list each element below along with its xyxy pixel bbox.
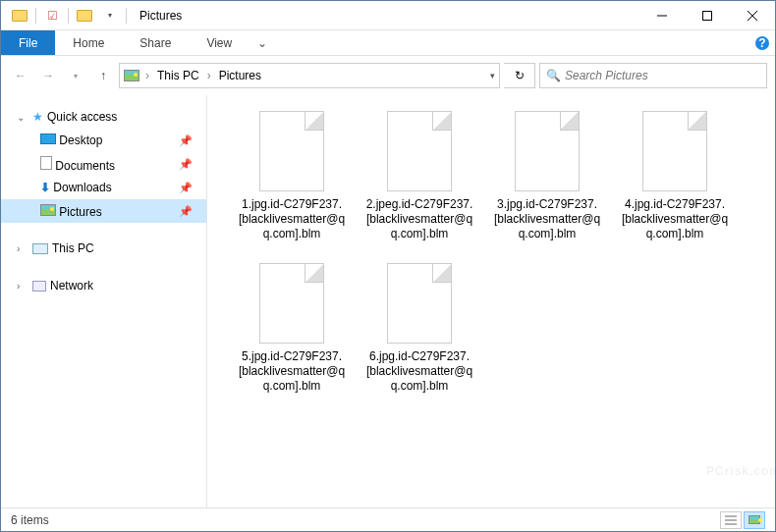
content-area[interactable]: 1.jpg.id-C279F237.[blacklivesmatter@qq.c… — [207, 95, 775, 507]
ribbon-expand-icon[interactable]: ⌄ — [249, 30, 275, 55]
nav-row: ← → ▾ ↑ › This PC › Pictures ▾ ↻ 🔍 — [1, 56, 775, 95]
file-item[interactable]: 6.jpg.id-C279F237.[blacklivesmatter@qq.c… — [364, 263, 474, 394]
chevron-down-icon[interactable]: ⌄ — [17, 112, 28, 123]
refresh-button[interactable]: ↻ — [504, 63, 535, 88]
icons-view-button[interactable] — [744, 511, 765, 529]
sidebar-quick-access[interactable]: ⌄ ★ Quick access — [1, 105, 206, 129]
qat-dropdown-icon[interactable]: ▾ — [101, 7, 119, 25]
address-dropdown-icon[interactable]: ▾ — [490, 71, 495, 80]
file-name: 4.jpg.id-C279F237.[blacklivesmatter@qq.c… — [620, 197, 730, 241]
download-icon: ⬇ — [40, 181, 50, 194]
pin-icon: 📌 — [179, 205, 193, 218]
file-tab[interactable]: File — [1, 30, 55, 55]
back-button[interactable]: ← — [9, 64, 32, 87]
close-button[interactable] — [730, 1, 775, 30]
help-icon[interactable]: ? — [749, 30, 775, 55]
chevron-right-icon[interactable]: › — [17, 243, 28, 254]
file-icon — [515, 111, 580, 191]
sidebar-label: This PC — [52, 241, 94, 255]
file-name: 6.jpg.id-C279F237.[blacklivesmatter@qq.c… — [364, 349, 474, 394]
folder-icon — [11, 7, 28, 25]
sidebar-label: Network — [50, 279, 93, 293]
sidebar-network[interactable]: › Network — [1, 274, 206, 297]
svg-text:?: ? — [758, 36, 765, 50]
pictures-icon — [40, 204, 56, 216]
file-icon — [259, 111, 324, 191]
pc-icon — [32, 243, 48, 254]
sidebar-this-pc[interactable]: › This PC — [1, 237, 206, 260]
sidebar-item-label: Pictures — [59, 205, 101, 219]
file-icon — [259, 263, 324, 344]
search-icon: 🔍 — [546, 69, 561, 82]
window-title: Pictures — [139, 9, 182, 23]
properties-icon[interactable]: ☑ — [43, 7, 61, 25]
svg-rect-1 — [703, 11, 712, 20]
chevron-right-icon[interactable]: › — [145, 69, 149, 82]
pin-icon: 📌 — [179, 158, 193, 171]
sidebar: ⌄ ★ Quick access Desktop 📌 Documents 📌 ⬇… — [1, 95, 207, 507]
file-name: 5.jpg.id-C279F237.[blacklivesmatter@qq.c… — [237, 349, 347, 394]
chevron-right-icon[interactable]: › — [17, 281, 28, 292]
document-icon — [40, 156, 52, 170]
location-icon — [124, 70, 139, 81]
file-item[interactable]: 5.jpg.id-C279F237.[blacklivesmatter@qq.c… — [237, 263, 347, 394]
forward-button[interactable]: → — [36, 64, 60, 87]
file-grid: 1.jpg.id-C279F237.[blacklivesmatter@qq.c… — [237, 111, 765, 394]
sidebar-item-label: Desktop — [59, 133, 102, 147]
tab-share[interactable]: Share — [122, 30, 189, 55]
file-item[interactable]: 3.jpg.id-C279F237.[blacklivesmatter@qq.c… — [492, 111, 602, 241]
sidebar-item-label: Downloads — [53, 181, 111, 194]
pin-icon: 📌 — [179, 182, 193, 194]
file-name: 1.jpg.id-C279F237.[blacklivesmatter@qq.c… — [237, 197, 347, 241]
star-icon: ★ — [32, 110, 43, 124]
file-item[interactable]: 4.jpg.id-C279F237.[blacklivesmatter@qq.c… — [620, 111, 730, 241]
tab-home[interactable]: Home — [55, 30, 122, 55]
pin-icon: 📌 — [179, 134, 193, 147]
file-name: 2.jpeg.id-C279F237.[blacklivesmatter@qq.… — [364, 197, 474, 241]
breadcrumb-root[interactable]: This PC — [155, 69, 201, 82]
search-box[interactable]: 🔍 — [539, 63, 767, 88]
status-bar: 6 items — [1, 507, 775, 531]
tab-view[interactable]: View — [189, 30, 249, 55]
sidebar-item-documents[interactable]: Documents 📌 — [1, 152, 206, 176]
ribbon: File Home Share View ⌄ ? — [1, 30, 775, 56]
minimize-button[interactable] — [639, 1, 685, 30]
file-item[interactable]: 2.jpeg.id-C279F237.[blacklivesmatter@qq.… — [364, 111, 474, 241]
network-icon — [32, 281, 46, 292]
title-bar: ☑ ▾ Pictures — [1, 1, 775, 30]
watermark: PCrisk.com — [706, 433, 775, 486]
details-view-button[interactable] — [720, 511, 742, 529]
up-button[interactable]: ↑ — [91, 64, 115, 87]
item-count: 6 items — [11, 513, 49, 527]
file-icon — [387, 111, 452, 191]
sidebar-item-downloads[interactable]: ⬇ Downloads 📌 — [1, 176, 206, 199]
recent-dropdown-icon[interactable]: ▾ — [64, 64, 87, 87]
maximize-button[interactable] — [685, 1, 730, 30]
address-bar[interactable]: › This PC › Pictures ▾ — [119, 63, 500, 88]
sidebar-item-desktop[interactable]: Desktop 📌 — [1, 129, 206, 152]
sidebar-item-pictures[interactable]: Pictures 📌 — [1, 199, 206, 223]
sidebar-label: Quick access — [47, 110, 117, 124]
file-item[interactable]: 1.jpg.id-C279F237.[blacklivesmatter@qq.c… — [237, 111, 347, 241]
sidebar-item-label: Documents — [55, 159, 115, 173]
file-icon — [642, 111, 707, 191]
file-icon — [387, 263, 452, 344]
breadcrumb-current[interactable]: Pictures — [217, 69, 263, 82]
qat-folder-icon[interactable] — [76, 7, 93, 25]
search-input[interactable] — [565, 69, 760, 82]
chevron-right-icon[interactable]: › — [207, 69, 211, 82]
desktop-icon — [40, 133, 56, 144]
file-name: 3.jpg.id-C279F237.[blacklivesmatter@qq.c… — [492, 197, 602, 241]
